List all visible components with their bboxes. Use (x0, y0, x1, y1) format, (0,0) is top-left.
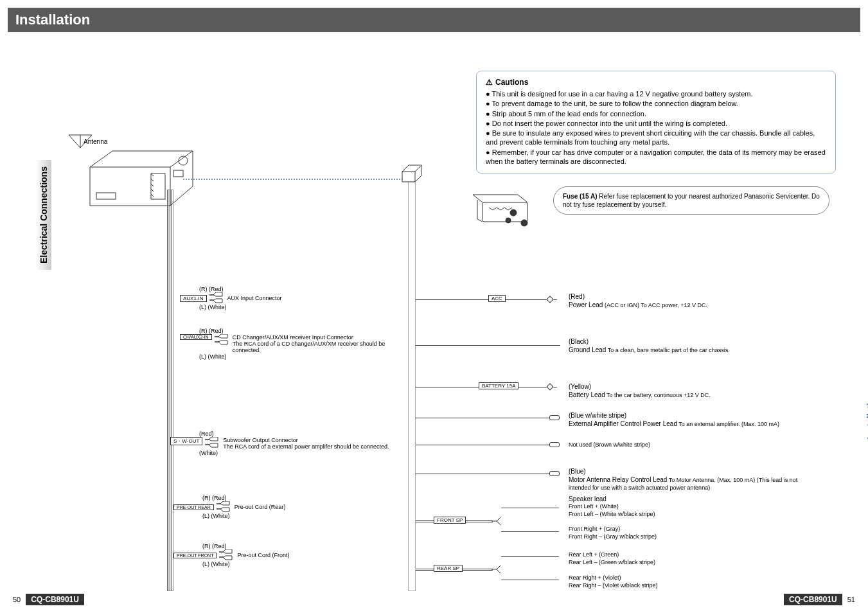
rear-sp-tag: REAR SP (434, 565, 463, 572)
ground-text: To a clean, bare metallic part of the ca… (608, 347, 730, 353)
aux1-connector-group: (R) (Red) AUX1-IN AUX Input Connector (L… (180, 286, 282, 310)
spade-icon (549, 415, 560, 420)
amp-name: External Amplifier Control Power Lead (569, 420, 677, 427)
rl-desc: Rear Left + (Green) Rear Left – (Green w… (569, 551, 761, 566)
acc-name: Power Lead (569, 301, 603, 308)
rca-plug-icon (217, 501, 232, 513)
rl-minus: Rear Left – (Green w/black stripe) (569, 559, 761, 567)
fr-desc: Front Right + (Gray) Front Right – (Gray… (569, 526, 761, 540)
head-unit-drawing (87, 148, 196, 209)
amp-lead-desc: (Blue w/white stripe) External Amplifier… (569, 411, 813, 429)
wire (501, 508, 559, 508)
wire (416, 299, 557, 300)
rl-plus: Rear Left + (Green) (569, 551, 761, 559)
acc-lead-desc: (Red) Power Lead (ACC or IGN) To ACC pow… (569, 292, 813, 310)
acc-color: (Red) (569, 292, 813, 301)
sw-desc: Subwoofer Output Connector The RCA cord … (223, 437, 435, 450)
fr-minus: Front Right – (Gray w/black stripe) (569, 533, 761, 541)
rear-l-label: (L) (White) (202, 513, 285, 519)
model-number-right: CQ-CB8901U (784, 594, 842, 605)
acc-text: (ACC or IGN) To ACC power, +12 V DC. (605, 302, 707, 308)
sw-bottom-label: (White) (199, 450, 435, 456)
wire (416, 445, 557, 445)
battery-name: Battery Lead (569, 391, 605, 398)
rear-preout-group: (R) (Red) PRE-OUT REAR Pre-out Cord (Rea… (173, 495, 285, 519)
wire (416, 474, 557, 474)
right-harness-trunk (408, 177, 416, 591)
rear-r-label: (R) (Red) (202, 495, 285, 501)
aux1-r-label: (R) (Red) (199, 286, 282, 292)
acc-tag: ACC (488, 295, 506, 302)
rear-tag: PRE-OUT REAR (173, 504, 214, 510)
splitter-icon (492, 516, 504, 526)
wire (501, 580, 559, 580)
battery-color: (Yellow) (569, 382, 813, 391)
svg-rect-11 (96, 193, 116, 199)
side-tab-right: Installation (865, 392, 868, 440)
aux1-desc: AUX Input Connector (227, 295, 282, 301)
rr-desc: Rear Right + (Violet) Rear Right – (Viol… (569, 574, 761, 589)
wiring-diagram: Antenna (R) (Red) (61, 71, 806, 591)
chaux2-l-label: (L) (White) (199, 353, 393, 360)
notused-text: Not used (Brown w/white stripe) (569, 441, 650, 448)
wire (501, 531, 559, 532)
ground-lead-desc: (Black) Ground Lead To a clean, bare met… (569, 337, 813, 355)
motor-lead-desc: (Blue) Motor Antenna Relay Control Lead … (569, 467, 813, 492)
dotted-link (183, 179, 408, 180)
ground-name: Ground Lead (569, 346, 606, 353)
rca-plug-icon (209, 292, 225, 304)
rca-plug-icon (215, 334, 230, 346)
chaux2-desc: CD Changer/AUX/XM receiver Input Connect… (233, 334, 393, 353)
sw-tag: S・W-OUT (170, 437, 202, 445)
rca-plug-icon (219, 549, 235, 561)
battery-text: To the car battery, continuous +12 V DC. (607, 392, 711, 398)
side-tab-left: Electrical Connections (36, 160, 51, 270)
front-preout-group: (R) (Red) PRE-OUT FRONT Pre-out Cord (Fr… (173, 543, 289, 567)
terminal-icon (546, 383, 553, 390)
spade-icon (549, 471, 560, 476)
battery-lead-desc: (Yellow) Battery Lead To the car battery… (569, 382, 813, 400)
rr-minus: Rear Right – (Violet w/black stripe) (569, 582, 761, 590)
spade-icon (549, 442, 560, 447)
chaux2-r-label: (R) (Red) (199, 328, 393, 334)
right-page-number: 51 (847, 596, 855, 603)
front-r-label: (R) (Red) (202, 543, 289, 549)
speaker-title-text: Speaker lead (569, 495, 607, 502)
footer-right: CQ-CB8901U 51 (784, 594, 855, 605)
svg-rect-9 (173, 170, 183, 177)
ground-color: (Black) (569, 337, 813, 346)
wire (416, 418, 557, 418)
fl-minus: Front Left – (White w/black stripe) (569, 511, 761, 519)
left-page-number: 50 (13, 596, 21, 603)
motor-color: (Blue) (569, 467, 813, 475)
fl-plus: Front Left + (White) (569, 503, 761, 511)
fr-plus: Front Right + (Gray) (569, 526, 761, 533)
footer-left: 50 CQ-CB8901U (13, 594, 84, 605)
rca-plug-icon (205, 437, 220, 449)
amp-text: To an external amplifier. (Max. 100 mA) (678, 421, 779, 427)
chaux2-connector-group: (R) (Red) CH/AUX2-IN CD Changer/AUX/XM r… (180, 328, 393, 360)
terminal-icon (546, 296, 553, 303)
model-number-left: CQ-CB8901U (26, 594, 84, 605)
fl-desc: Front Left + (White) Front Left – (White… (569, 503, 761, 518)
rear-desc: Pre-out Cord (Rear) (235, 504, 286, 510)
notused-lead-desc: Not used (Brown w/white stripe) (569, 441, 813, 449)
motor-name: Motor Antenna Relay Control Lead (569, 476, 667, 483)
front-tag: PRE-OUT FRONT (173, 553, 217, 558)
speaker-title: Speaker lead (569, 495, 813, 504)
wire (501, 556, 559, 557)
front-l-label: (L) (White) (202, 561, 289, 567)
left-harness-trunk (167, 190, 173, 591)
sw-top-label: (Red) (199, 431, 435, 437)
rr-plus: Rear Right + (Violet) (569, 574, 761, 582)
wire (416, 345, 560, 346)
front-desc: Pre-out Cord (Front) (237, 552, 289, 558)
page-banner: Installation (8, 8, 860, 32)
aux1-l-label: (L) (White) (199, 304, 282, 310)
aux1-tag: AUX1-IN (180, 295, 207, 302)
front-sp-tag: FRONT SP (434, 517, 466, 524)
amp-color: (Blue w/white stripe) (569, 411, 813, 420)
connector-plug-icon (401, 164, 423, 183)
chaux2-tag: CH/AUX2-IN (180, 334, 212, 340)
splitter-icon (492, 564, 504, 574)
